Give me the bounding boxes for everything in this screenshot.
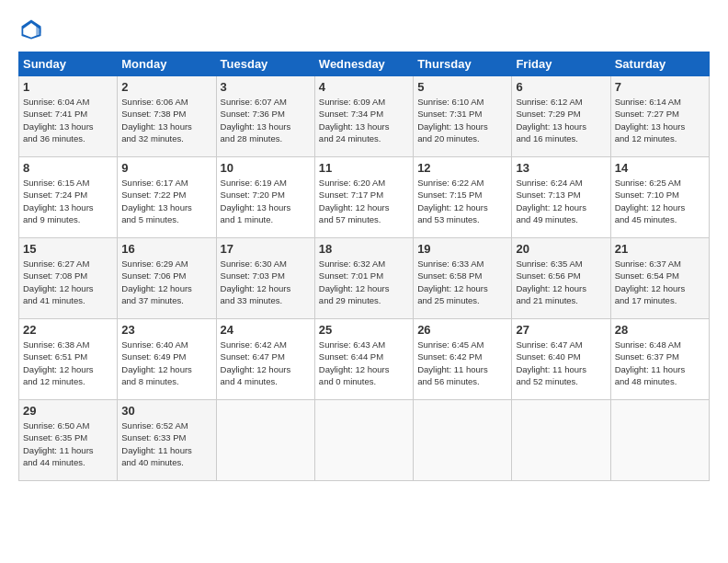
calendar-cell: 30Sunrise: 6:52 AM Sunset: 6:33 PM Dayli… bbox=[118, 400, 216, 481]
day-number: 18 bbox=[319, 242, 409, 256]
day-info: Sunrise: 6:52 AM Sunset: 6:33 PM Dayligh… bbox=[121, 419, 211, 468]
day-info: Sunrise: 6:32 AM Sunset: 7:01 PM Dayligh… bbox=[319, 258, 409, 306]
day-info: Sunrise: 6:42 AM Sunset: 6:47 PM Dayligh… bbox=[221, 339, 311, 387]
day-info: Sunrise: 6:07 AM Sunset: 7:36 PM Dayligh… bbox=[221, 96, 311, 144]
calendar-cell: 26Sunrise: 6:45 AM Sunset: 6:42 PM Dayli… bbox=[414, 319, 512, 400]
day-number: 13 bbox=[516, 161, 606, 175]
calendar-cell: 19Sunrise: 6:33 AM Sunset: 6:58 PM Dayli… bbox=[414, 238, 512, 319]
day-info: Sunrise: 6:06 AM Sunset: 7:38 PM Dayligh… bbox=[121, 96, 211, 144]
day-info: Sunrise: 6:37 AM Sunset: 6:54 PM Dayligh… bbox=[615, 258, 705, 306]
day-number: 1 bbox=[23, 80, 113, 94]
calendar-cell: 28Sunrise: 6:48 AM Sunset: 6:37 PM Dayli… bbox=[610, 319, 709, 400]
day-number: 26 bbox=[417, 323, 507, 337]
calendar-cell: 13Sunrise: 6:24 AM Sunset: 7:13 PM Dayli… bbox=[512, 157, 610, 238]
day-info: Sunrise: 6:27 AM Sunset: 7:08 PM Dayligh… bbox=[23, 258, 113, 306]
logo bbox=[18, 17, 48, 42]
day-info: Sunrise: 6:38 AM Sunset: 6:51 PM Dayligh… bbox=[23, 339, 113, 387]
day-info: Sunrise: 6:43 AM Sunset: 6:44 PM Dayligh… bbox=[319, 339, 409, 387]
day-info: Sunrise: 6:22 AM Sunset: 7:15 PM Dayligh… bbox=[417, 177, 507, 225]
day-number: 24 bbox=[221, 323, 311, 337]
day-info: Sunrise: 6:33 AM Sunset: 6:58 PM Dayligh… bbox=[417, 258, 507, 306]
calendar-cell: 7Sunrise: 6:14 AM Sunset: 7:27 PM Daylig… bbox=[610, 76, 709, 157]
day-info: Sunrise: 6:15 AM Sunset: 7:24 PM Dayligh… bbox=[23, 177, 113, 225]
day-number: 28 bbox=[615, 323, 705, 337]
calendar-header-row: SundayMondayTuesdayWednesdayThursdayFrid… bbox=[19, 52, 710, 76]
calendar-header-monday: Monday bbox=[118, 52, 216, 76]
day-number: 27 bbox=[516, 323, 606, 337]
calendar-cell: 24Sunrise: 6:42 AM Sunset: 6:47 PM Dayli… bbox=[216, 319, 314, 400]
day-number: 11 bbox=[319, 161, 409, 175]
day-info: Sunrise: 6:25 AM Sunset: 7:10 PM Dayligh… bbox=[615, 177, 705, 225]
day-number: 2 bbox=[121, 80, 211, 94]
calendar-week-row: 8Sunrise: 6:15 AM Sunset: 7:24 PM Daylig… bbox=[19, 157, 710, 238]
calendar-cell: 14Sunrise: 6:25 AM Sunset: 7:10 PM Dayli… bbox=[610, 157, 709, 238]
logo-icon bbox=[18, 17, 44, 42]
calendar-cell: 5Sunrise: 6:10 AM Sunset: 7:31 PM Daylig… bbox=[414, 76, 512, 157]
calendar-cell: 10Sunrise: 6:19 AM Sunset: 7:20 PM Dayli… bbox=[216, 157, 314, 238]
day-info: Sunrise: 6:50 AM Sunset: 6:35 PM Dayligh… bbox=[23, 419, 113, 468]
calendar-cell: 1Sunrise: 6:04 AM Sunset: 7:41 PM Daylig… bbox=[19, 76, 118, 157]
calendar-cell: 25Sunrise: 6:43 AM Sunset: 6:44 PM Dayli… bbox=[314, 319, 413, 400]
day-info: Sunrise: 6:10 AM Sunset: 7:31 PM Dayligh… bbox=[417, 96, 507, 144]
day-info: Sunrise: 6:47 AM Sunset: 6:40 PM Dayligh… bbox=[516, 339, 606, 387]
calendar-cell bbox=[610, 400, 709, 481]
day-number: 6 bbox=[516, 80, 606, 94]
day-number: 12 bbox=[417, 161, 507, 175]
day-info: Sunrise: 6:04 AM Sunset: 7:41 PM Dayligh… bbox=[23, 96, 113, 144]
calendar-header-friday: Friday bbox=[512, 52, 610, 76]
day-info: Sunrise: 6:09 AM Sunset: 7:34 PM Dayligh… bbox=[319, 96, 409, 144]
day-number: 10 bbox=[221, 161, 311, 175]
header bbox=[18, 17, 710, 42]
calendar-cell: 16Sunrise: 6:29 AM Sunset: 7:06 PM Dayli… bbox=[118, 238, 216, 319]
calendar-cell: 17Sunrise: 6:30 AM Sunset: 7:03 PM Dayli… bbox=[216, 238, 314, 319]
calendar-week-row: 29Sunrise: 6:50 AM Sunset: 6:35 PM Dayli… bbox=[19, 400, 710, 481]
calendar-cell: 9Sunrise: 6:17 AM Sunset: 7:22 PM Daylig… bbox=[118, 157, 216, 238]
calendar-cell: 2Sunrise: 6:06 AM Sunset: 7:38 PM Daylig… bbox=[118, 76, 216, 157]
day-info: Sunrise: 6:40 AM Sunset: 6:49 PM Dayligh… bbox=[121, 339, 211, 387]
day-info: Sunrise: 6:24 AM Sunset: 7:13 PM Dayligh… bbox=[516, 177, 606, 225]
day-number: 7 bbox=[615, 80, 705, 94]
calendar-cell: 27Sunrise: 6:47 AM Sunset: 6:40 PM Dayli… bbox=[512, 319, 610, 400]
calendar-header-sunday: Sunday bbox=[19, 52, 118, 76]
calendar-week-row: 15Sunrise: 6:27 AM Sunset: 7:08 PM Dayli… bbox=[19, 238, 710, 319]
calendar-table: SundayMondayTuesdayWednesdayThursdayFrid… bbox=[18, 52, 710, 481]
calendar-cell bbox=[414, 400, 512, 481]
calendar-cell: 11Sunrise: 6:20 AM Sunset: 7:17 PM Dayli… bbox=[314, 157, 413, 238]
calendar-cell: 18Sunrise: 6:32 AM Sunset: 7:01 PM Dayli… bbox=[314, 238, 413, 319]
calendar-header-wednesday: Wednesday bbox=[314, 52, 413, 76]
calendar-cell: 15Sunrise: 6:27 AM Sunset: 7:08 PM Dayli… bbox=[19, 238, 118, 319]
day-number: 3 bbox=[221, 80, 311, 94]
page: SundayMondayTuesdayWednesdayThursdayFrid… bbox=[0, 0, 728, 490]
day-number: 17 bbox=[221, 242, 311, 256]
calendar-cell: 6Sunrise: 6:12 AM Sunset: 7:29 PM Daylig… bbox=[512, 76, 610, 157]
day-number: 8 bbox=[23, 161, 113, 175]
day-number: 14 bbox=[615, 161, 705, 175]
day-info: Sunrise: 6:29 AM Sunset: 7:06 PM Dayligh… bbox=[121, 258, 211, 306]
day-info: Sunrise: 6:45 AM Sunset: 6:42 PM Dayligh… bbox=[417, 339, 507, 387]
day-number: 20 bbox=[516, 242, 606, 256]
day-info: Sunrise: 6:20 AM Sunset: 7:17 PM Dayligh… bbox=[319, 177, 409, 225]
day-number: 5 bbox=[417, 80, 507, 94]
day-number: 22 bbox=[23, 323, 113, 337]
calendar-cell: 23Sunrise: 6:40 AM Sunset: 6:49 PM Dayli… bbox=[118, 319, 216, 400]
day-number: 29 bbox=[23, 404, 113, 418]
calendar-header-thursday: Thursday bbox=[414, 52, 512, 76]
day-info: Sunrise: 6:35 AM Sunset: 6:56 PM Dayligh… bbox=[516, 258, 606, 306]
calendar-cell: 21Sunrise: 6:37 AM Sunset: 6:54 PM Dayli… bbox=[610, 238, 709, 319]
day-number: 9 bbox=[121, 161, 211, 175]
calendar-cell: 8Sunrise: 6:15 AM Sunset: 7:24 PM Daylig… bbox=[19, 157, 118, 238]
day-number: 15 bbox=[23, 242, 113, 256]
day-number: 21 bbox=[615, 242, 705, 256]
day-number: 23 bbox=[121, 323, 211, 337]
day-number: 30 bbox=[121, 404, 211, 418]
day-info: Sunrise: 6:14 AM Sunset: 7:27 PM Dayligh… bbox=[615, 96, 705, 144]
calendar-cell: 22Sunrise: 6:38 AM Sunset: 6:51 PM Dayli… bbox=[19, 319, 118, 400]
day-info: Sunrise: 6:48 AM Sunset: 6:37 PM Dayligh… bbox=[615, 339, 705, 387]
calendar-week-row: 22Sunrise: 6:38 AM Sunset: 6:51 PM Dayli… bbox=[19, 319, 710, 400]
day-info: Sunrise: 6:17 AM Sunset: 7:22 PM Dayligh… bbox=[121, 177, 211, 225]
calendar-cell: 29Sunrise: 6:50 AM Sunset: 6:35 PM Dayli… bbox=[19, 400, 118, 481]
calendar-cell: 20Sunrise: 6:35 AM Sunset: 6:56 PM Dayli… bbox=[512, 238, 610, 319]
day-number: 19 bbox=[417, 242, 507, 256]
calendar-header-tuesday: Tuesday bbox=[216, 52, 314, 76]
calendar-cell: 4Sunrise: 6:09 AM Sunset: 7:34 PM Daylig… bbox=[314, 76, 413, 157]
